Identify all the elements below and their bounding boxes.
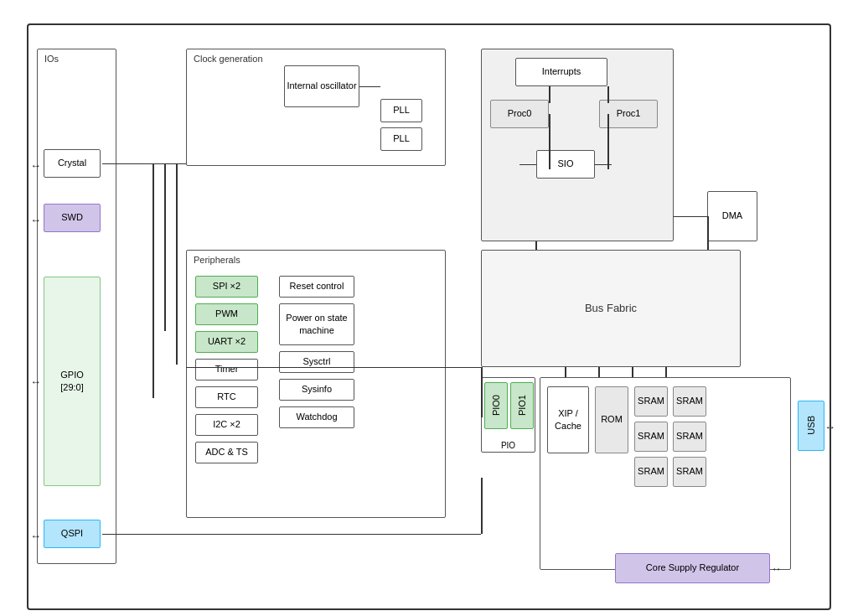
sram1-block: SRAM	[634, 386, 668, 417]
sysinfo-block: Sysinfo	[279, 379, 354, 401]
dma-hline	[674, 216, 707, 218]
power-on-state-machine-block: Power on state machine	[279, 303, 354, 345]
interrupts-block: Interrupts	[515, 58, 607, 86]
pio-label: PIO	[501, 441, 515, 450]
crystal-clock-line	[102, 163, 186, 165]
internal-oscillator-block: Internal oscillator	[284, 65, 359, 107]
chip-diagram: IOs Crystal SWD GPIO [29:0] QSPI Clock g…	[27, 23, 831, 610]
gpio-arrow: ↔	[30, 375, 41, 388]
proc0-block: Proc0	[490, 100, 549, 128]
qspi-line	[102, 534, 481, 536]
dma-block: DMA	[707, 191, 757, 241]
sram3-block: SRAM	[634, 422, 668, 452]
gpio-block: GPIO [29:0]	[44, 277, 101, 486]
osc-pll-line	[359, 86, 380, 88]
vline2	[164, 163, 166, 331]
rtc-block: RTC	[195, 386, 258, 408]
uart-block: UART ×2	[195, 331, 258, 353]
core-supply-arrow: ↔	[771, 562, 782, 575]
bus-hline2	[446, 367, 481, 369]
rom-block: ROM	[595, 386, 628, 453]
usb-right-arrow: ↔	[824, 421, 835, 433]
crystal-arrow: ↔	[30, 159, 41, 172]
vline3	[176, 163, 178, 365]
crystal-block: Crystal	[44, 149, 101, 178]
xip-cache-block: XIP / Cache	[547, 386, 589, 453]
usb-block: USB	[798, 401, 824, 451]
core-supply-regulator-block: Core Supply Regulator	[615, 553, 770, 583]
pio1-block: PIO1	[510, 382, 534, 429]
swd-arrow: ↔	[30, 214, 41, 226]
dma-vline	[707, 216, 709, 250]
mem-bus1	[565, 367, 566, 377]
mem-bus2	[598, 367, 600, 377]
qspi-block: QSPI	[44, 520, 101, 548]
pio-outer-box: PIO0 PIO1 PIO	[481, 377, 535, 453]
pll1-block: PLL	[380, 99, 422, 122]
clock-label: Clock generation	[194, 54, 263, 64]
pll2-block: PLL	[380, 127, 422, 151]
spi-block: SPI ×2	[195, 276, 258, 298]
sram6-block: SRAM	[673, 457, 706, 487]
adc-block: ADC & TS	[195, 442, 258, 463]
memory-box: XIP / Cache ROM SRAM SRAM SRAM SRAM SRAM	[540, 377, 791, 570]
timer-block: Timer	[195, 359, 258, 380]
bus-fabric-box: Bus Fabric	[481, 250, 741, 367]
busfabric-periph-vline	[481, 367, 483, 417]
peripherals-label: Peripherals	[194, 255, 240, 265]
pio0-block: PIO0	[484, 382, 508, 429]
qspi-arrow: ↔	[30, 530, 41, 542]
reset-control-block: Reset control	[279, 276, 354, 298]
pwm-block: PWM	[195, 303, 258, 325]
proc-bus-vline	[535, 241, 537, 250]
processor-box: Interrupts Proc0 Proc1 SIO	[481, 49, 674, 241]
vline1	[152, 163, 154, 398]
i2c-block: I2C ×2	[195, 414, 258, 436]
watchdog-block: Watchdog	[279, 406, 354, 428]
mem-bus3	[632, 367, 633, 377]
sysctrl-block: Sysctrl	[279, 351, 354, 373]
bus-hline	[186, 367, 481, 369]
sram5-block: SRAM	[634, 457, 668, 487]
sram4-block: SRAM	[673, 422, 706, 452]
mem-bus4	[665, 367, 667, 377]
sram2-block: SRAM	[673, 386, 706, 417]
sio-block: SIO	[536, 150, 595, 179]
swd-block: SWD	[44, 204, 101, 232]
qspi-vline	[481, 478, 483, 534]
peripherals-box: Peripherals SPI ×2 PWM UART ×2 Timer RTC	[186, 250, 446, 518]
ios-label: IOs	[44, 54, 59, 64]
